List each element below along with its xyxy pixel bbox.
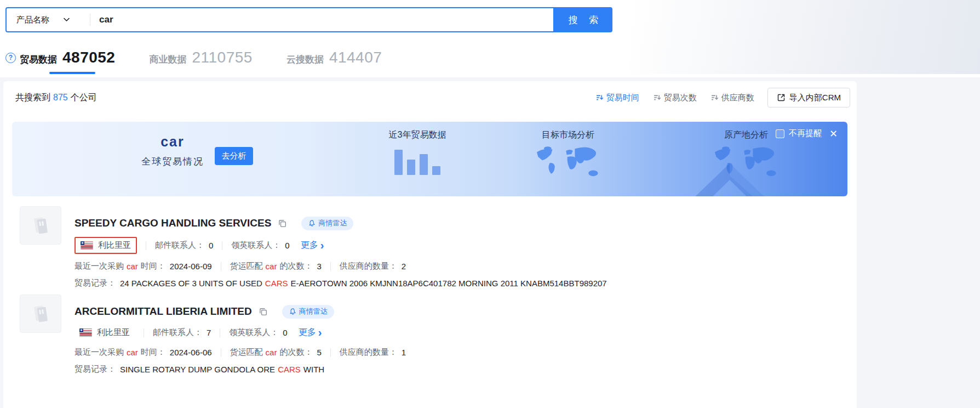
banner-dismiss: 不再提醒 ✕: [776, 128, 838, 139]
record-post: WITH: [303, 365, 324, 374]
copy-icon[interactable]: [278, 219, 287, 228]
keyword-highlight: car: [266, 262, 277, 271]
more-link[interactable]: 更多 ›: [299, 327, 322, 338]
purchase-label-2: 时间：: [141, 347, 165, 358]
search-category-select[interactable]: 产品名称: [7, 8, 90, 31]
banner-subtitle: 全球贸易情况: [137, 155, 208, 168]
search-bar: 产品名称: [5, 7, 554, 32]
freight-count: 3: [317, 262, 321, 271]
sort-icon: [711, 94, 719, 101]
close-icon[interactable]: ✕: [829, 129, 838, 139]
banner-section-target-market: 目标市场分析: [516, 129, 620, 179]
purchase-meta-row: 最近一次采购 car 时间： 2024-06-09 货运匹配 car 的次数： …: [74, 261, 846, 271]
linkedin-contacts-label: 领英联系人：: [229, 327, 278, 338]
trade-record-row: 贸易记录： SINGLE ROTARY DUMP GONDOLA ORECARS…: [74, 364, 846, 375]
sort-trade-count[interactable]: 贸易次数: [654, 93, 697, 103]
banner-keyword: car: [137, 134, 208, 150]
email-contacts: 邮件联系人： 7: [153, 327, 211, 338]
results-summary-bar: 共搜索到875个公司 贸易时间 贸易次数 供应商数 导入内部CRM: [15, 87, 850, 109]
world-map-icon: [524, 145, 612, 179]
radar-badge[interactable]: 商情雷达: [301, 217, 353, 230]
linkedin-contacts-label: 领英联系人：: [231, 240, 280, 251]
purchase-date: 2024-06-06: [170, 348, 212, 357]
chevron-right-icon: ›: [320, 240, 324, 251]
country-tag-highlighted[interactable]: 利比里亚: [74, 237, 137, 254]
record-post: E-AEROTOWN 2006 KMJNN18AP6C401782 MORNIN…: [290, 279, 606, 288]
company-result-row: SPEEDY CARGO HANDLING SERVICES 商情雷达 利比里亚…: [16, 203, 846, 291]
keyword-highlight: CARS: [278, 365, 301, 374]
radar-icon: [308, 219, 316, 227]
freight-label: 货运匹配: [230, 261, 263, 271]
placeholder-image-icon: [28, 213, 53, 237]
more-link[interactable]: 更多 ›: [301, 240, 324, 251]
country-tag[interactable]: 利比里亚: [74, 325, 135, 340]
suppliers-count: 1: [402, 348, 406, 357]
placeholder-image-icon: [28, 302, 53, 326]
tab-business-data[interactable]: 商业数据 2110755: [149, 49, 252, 66]
results-count-text: 共搜索到875个公司: [15, 92, 97, 104]
radar-badge-label: 商情雷达: [299, 307, 328, 316]
results-card: 共搜索到875个公司 贸易时间 贸易次数 供应商数 导入内部CRM car 全球…: [3, 81, 857, 408]
sort-label: 供应商数: [721, 93, 754, 103]
freight-label-2: 的次数：: [279, 261, 312, 271]
company-thumbnail: [20, 206, 61, 245]
results-suffix: 个公司: [71, 93, 97, 102]
import-crm-label: 导入内部CRM: [789, 93, 841, 103]
sort-icon: [654, 94, 661, 101]
record-pre: SINGLE ROTARY DUMP GONDOLA ORE: [120, 365, 275, 374]
search-input[interactable]: [90, 8, 553, 31]
email-contacts-count: 7: [207, 328, 211, 337]
copy-icon[interactable]: [259, 307, 268, 316]
tab-count: 2110755: [192, 49, 252, 66]
search-category-label: 产品名称: [16, 15, 49, 25]
help-question-icon[interactable]: ?: [5, 53, 16, 63]
keyword-highlight: CARS: [265, 279, 288, 288]
results-count: 875: [53, 93, 68, 102]
suppliers-count: 2: [402, 262, 406, 271]
tab-cloud-search-data[interactable]: 云搜数据 414407: [286, 49, 382, 66]
company-result-row: ARCELORMITTAL LIBERIA LIMITED 商情雷达 利比里亚 …: [16, 291, 846, 379]
more-label: 更多: [299, 327, 316, 338]
divider: [222, 241, 222, 250]
data-tabs: ? 贸易数据 487052 商业数据 2110755 云搜数据 414407: [5, 43, 416, 72]
radar-icon: [289, 308, 296, 315]
tab-count: 414407: [329, 49, 382, 66]
company-thumbnail: [20, 294, 61, 333]
suppliers-label: 供应商的数量：: [340, 347, 397, 358]
radar-badge[interactable]: 商情雷达: [282, 305, 334, 319]
freight-label-2: 的次数：: [279, 347, 312, 358]
purchase-label-2: 时间：: [141, 261, 165, 271]
purchase-meta-row: 最近一次采购 car 时间： 2024-06-06 货运匹配 car 的次数： …: [74, 347, 846, 358]
divider: [330, 348, 331, 357]
analyze-button[interactable]: 去分析: [215, 147, 253, 165]
results-prefix: 共搜索到: [15, 93, 50, 102]
linkedin-contacts-count: 0: [285, 241, 289, 250]
divider: [220, 328, 220, 337]
mini-bar-chart: [357, 146, 478, 175]
sort-trade-time[interactable]: 贸易时间: [596, 93, 639, 103]
trade-record-label: 贸易记录：: [74, 364, 116, 375]
promo-banner: car 全球贸易情况 去分析 近3年贸易数据 目标市场分析: [12, 122, 847, 196]
import-crm-button[interactable]: 导入内部CRM: [767, 88, 850, 107]
tab-label: 云搜数据: [286, 53, 324, 66]
keyword-highlight: car: [266, 348, 277, 357]
radar-badge-label: 商情雷达: [318, 218, 347, 228]
sort-supplier-count[interactable]: 供应商数: [711, 93, 754, 103]
chevron-down-icon: [64, 18, 70, 22]
search-button[interactable]: 搜 索: [554, 7, 612, 32]
record-pre: 24 PACKAGES OF 3 UNITS OF USED: [120, 279, 262, 288]
import-icon: [777, 93, 786, 102]
keyword-highlight: car: [127, 348, 138, 357]
tab-label: 贸易数据: [20, 53, 57, 66]
linkedin-contacts: 领英联系人： 0: [229, 327, 287, 338]
chevron-right-icon: ›: [318, 327, 322, 338]
sort-icon: [596, 94, 604, 101]
keyword-highlight: car: [127, 262, 138, 271]
tab-trade-data[interactable]: 贸易数据 487052: [20, 49, 115, 66]
dismiss-label: 不再提醒: [789, 128, 822, 139]
company-name[interactable]: SPEEDY CARGO HANDLING SERVICES: [74, 217, 271, 229]
company-name[interactable]: ARCELORMITTAL LIBERIA LIMITED: [74, 305, 252, 318]
dismiss-checkbox[interactable]: [776, 129, 784, 138]
email-contacts-label: 邮件联系人：: [155, 240, 204, 251]
trend-arrow-decoration: [678, 154, 782, 196]
